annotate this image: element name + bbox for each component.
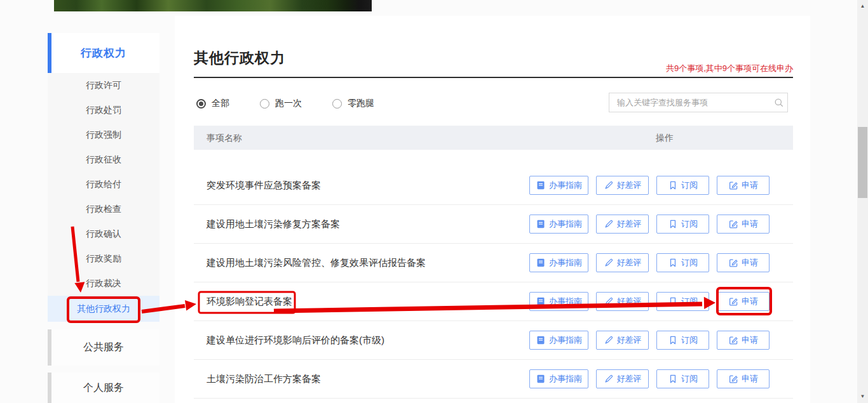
apply-button[interactable]: 申请	[717, 369, 770, 388]
item-name: 土壤污染防治工作方案备案	[194, 373, 321, 385]
apply-button[interactable]: 申请	[717, 331, 770, 350]
page: 行政权力 行政许可 行政处罚 行政强制 行政征收 行政给付 行政检查 行政确认 …	[0, 0, 868, 403]
edit-icon	[728, 258, 738, 268]
column-header-action: 操作	[656, 126, 674, 150]
pen-icon	[604, 374, 614, 384]
pen-icon	[604, 258, 614, 268]
sidebar-item-xingzhenggeifu[interactable]: 行政给付	[48, 172, 159, 197]
sidebar-item-other-powers-active[interactable]: 其他行政权力	[48, 296, 159, 322]
radio-icon	[260, 99, 269, 109]
guide-doc-icon	[536, 219, 546, 229]
review-button[interactable]: 好差评	[596, 253, 649, 272]
review-button[interactable]: 好差评	[596, 176, 649, 195]
subscribe-button[interactable]: 订阅	[656, 176, 709, 195]
review-button[interactable]: 好差评	[596, 215, 649, 234]
guide-doc-icon	[536, 180, 546, 190]
table-row: 建设单位进行环境影响后评价的备案(市级) 办事指南 好差评 订阅 申请	[194, 321, 793, 360]
edit-icon	[728, 180, 738, 190]
sidebar-item-xingzhengjiancha[interactable]: 行政检查	[48, 197, 159, 221]
subscribe-button[interactable]: 订阅	[656, 331, 709, 350]
guide-button[interactable]: 办事指南	[529, 331, 588, 350]
filter-run-once-label: 跑一次	[275, 98, 302, 109]
search-box	[609, 93, 788, 112]
sidebar-menu: 行政许可 行政处罚 行政强制 行政征收 行政给付 行政检查 行政确认 行政奖励 …	[48, 73, 159, 322]
edit-icon	[728, 219, 738, 229]
active-section-bar	[48, 33, 51, 73]
sidebar-section-personal-service[interactable]: 个人服务	[48, 373, 159, 403]
bookmark-icon	[668, 374, 678, 384]
scrollbar-thumb[interactable]	[858, 127, 867, 198]
guide-button[interactable]: 办事指南	[529, 253, 588, 272]
bookmark-icon	[668, 219, 678, 229]
service-list: 突发环境事件应急预案备案 办事指南 好差评 订阅 申请 建设用地土壤污染修复方案…	[194, 150, 793, 399]
item-name: 建设用地土壤污染修复方案备案	[194, 218, 340, 230]
item-name: 建设单位进行环境影响后评价的备案(市级)	[194, 334, 384, 347]
pen-icon	[604, 335, 614, 345]
review-button[interactable]: 好差评	[596, 331, 649, 350]
sidebar-item-xingzhengcaijue[interactable]: 行政裁决	[48, 271, 159, 296]
guide-button[interactable]: 办事指南	[529, 176, 588, 195]
filter-zero-trip-label: 零跑腿	[348, 98, 374, 109]
sidebar-section-title: 行政权力	[81, 46, 126, 60]
section-left-bar	[48, 329, 51, 366]
subscribe-button[interactable]: 订阅	[656, 253, 709, 272]
subscribe-button[interactable]: 订阅	[656, 292, 709, 311]
items-count-summary: 共9个事项,其中9个事项可在线申办	[666, 63, 793, 74]
edit-icon	[728, 335, 738, 345]
sidebar-item-xingzhengchufa[interactable]: 行政处罚	[48, 98, 159, 122]
scroll-up-arrow-icon[interactable]: ▲	[857, 1, 868, 11]
pen-icon	[604, 296, 614, 307]
vertical-scrollbar[interactable]: ▲ ▼	[857, 0, 868, 403]
edit-icon	[728, 374, 738, 384]
sidebar-section-power[interactable]: 行政权力	[48, 33, 159, 73]
edit-icon	[728, 296, 738, 307]
banner-photo-strip	[54, 0, 372, 11]
guide-doc-icon	[536, 374, 546, 384]
review-button[interactable]: 好差评	[596, 369, 649, 388]
table-row: 土壤污染防治工作方案备案 办事指南 好差评 订阅 申请	[194, 360, 793, 399]
guide-button[interactable]: 办事指南	[529, 369, 588, 388]
guide-button[interactable]: 办事指南	[529, 215, 588, 234]
guide-doc-icon	[536, 335, 546, 345]
section-left-bar	[48, 373, 51, 403]
subscribe-button[interactable]: 订阅	[656, 369, 709, 388]
apply-button[interactable]: 申请	[717, 215, 770, 234]
filter-zero-trip[interactable]: 零跑腿	[332, 98, 374, 109]
sidebar-item-xingzhengqueren[interactable]: 行政确认	[48, 221, 159, 246]
apply-button-target[interactable]: 申请	[717, 292, 770, 311]
page-title: 其他行政权力	[194, 48, 285, 68]
table-row: 建设用地土壤污染修复方案备案 办事指南 好差评 订阅 申请	[194, 205, 793, 244]
personal-service-label: 个人服务	[83, 381, 124, 395]
table-row: 突发环境事件应急预案备案 办事指南 好差评 订阅 申请	[194, 166, 793, 205]
review-button[interactable]: 好差评	[596, 292, 649, 311]
magnifier-icon[interactable]	[771, 98, 787, 108]
guide-doc-icon	[536, 296, 546, 307]
guide-doc-icon	[536, 258, 546, 268]
filter-all[interactable]: 全部	[196, 98, 229, 109]
sidebar-item-xingzhengqiangzhi[interactable]: 行政强制	[48, 122, 159, 147]
scroll-down-arrow-icon[interactable]: ▼	[857, 392, 868, 402]
filter-radio-row: 全部 跑一次 零跑腿	[196, 98, 405, 109]
sidebar-item-xingzhengjiangli[interactable]: 行政奖励	[48, 246, 159, 271]
filter-run-once[interactable]: 跑一次	[260, 98, 302, 109]
apply-button[interactable]: 申请	[717, 253, 770, 272]
item-name: 建设用地土壤污染风险管控、修复效果评估报告备案	[194, 257, 426, 269]
title-divider	[194, 77, 793, 78]
table-row: 建设用地土壤污染风险管控、修复效果评估报告备案 办事指南 好差评 订阅 申请	[194, 244, 793, 282]
table-row-annotated: 环境影响登记表备案 办事指南 好差评 订阅 申请	[194, 282, 793, 321]
radio-selected-icon	[196, 99, 206, 109]
bookmark-icon	[668, 258, 678, 268]
sidebar-item-xingzhengxuke[interactable]: 行政许可	[48, 73, 159, 98]
guide-button[interactable]: 办事指南	[529, 292, 588, 311]
search-input[interactable]	[609, 98, 771, 107]
bookmark-icon	[668, 335, 678, 345]
sidebar-section-public-service[interactable]: 公共服务	[48, 329, 159, 366]
filter-all-label: 全部	[212, 98, 229, 109]
table-header: 事项名称 操作	[194, 126, 793, 150]
apply-button[interactable]: 申请	[717, 176, 770, 195]
sidebar-item-xingzhengzhengshou[interactable]: 行政征收	[48, 147, 159, 172]
pen-icon	[604, 180, 614, 190]
radio-icon	[332, 99, 342, 109]
subscribe-button[interactable]: 订阅	[656, 215, 709, 234]
bookmark-icon	[668, 296, 678, 307]
